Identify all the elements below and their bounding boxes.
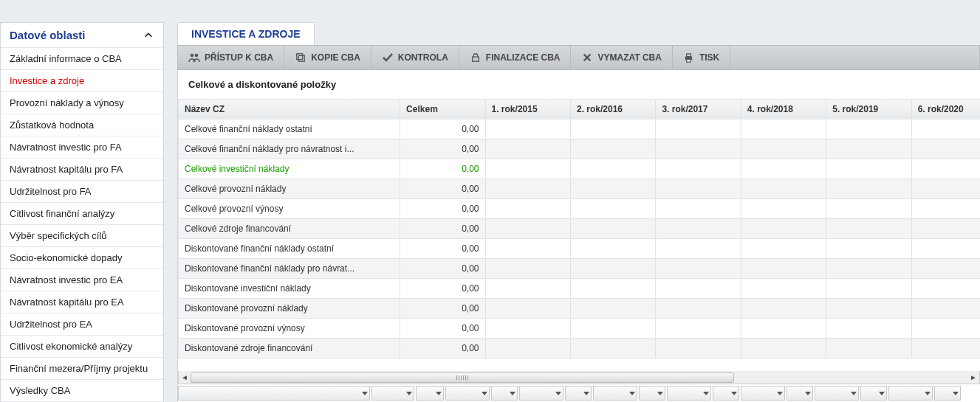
filter-dropdown[interactable] (565, 386, 592, 401)
table-row[interactable]: Diskontované investiční náklady0,00 (179, 279, 981, 299)
cell-year (911, 159, 980, 179)
table-row[interactable]: Diskontované zdroje financování0,00 (179, 339, 981, 358)
cell-total: 0,00 (400, 119, 485, 139)
cell-year (485, 319, 570, 339)
filter-dropdown[interactable] (934, 386, 961, 401)
filter-dropdown[interactable] (593, 386, 637, 401)
cell-year (741, 339, 826, 358)
filter-dropdown[interactable] (371, 386, 414, 401)
table-row[interactable]: Diskontované finanční náklady pro návrat… (179, 259, 981, 279)
scroll-right-arrow[interactable]: ► (967, 372, 979, 384)
cell-year (485, 239, 570, 259)
cell-year (656, 259, 741, 279)
cell-total: 0,00 (400, 139, 485, 159)
sidebar-item-15[interactable]: Výsledky CBA (1, 380, 163, 402)
cell-year (826, 199, 911, 219)
sidebar-item-10[interactable]: Návratnost investic pro EA (1, 269, 163, 291)
column-header-year-2[interactable]: 3. rok/2017 (656, 100, 741, 119)
cell-name: Celkové finanční náklady ostatní (179, 119, 400, 139)
table-row[interactable]: Diskontované provozní výnosy0,00 (179, 319, 981, 339)
sidebar-item-6[interactable]: Udržitelnost pro FA (1, 181, 163, 203)
copy-button[interactable]: KOPIE CBA (284, 46, 371, 69)
cell-year (826, 139, 911, 159)
sidebar-item-3[interactable]: Zůstatková hodnota (1, 114, 163, 136)
filter-dropdown[interactable] (445, 386, 490, 401)
filter-dropdown[interactable] (178, 386, 370, 401)
scroll-thumb[interactable] (191, 372, 734, 383)
column-header-year-1[interactable]: 2. rok/2016 (570, 100, 655, 119)
table-row[interactable]: Celkové provozní výnosy0,00 (179, 199, 981, 219)
toolbar-label: VYMAZAT CBA (597, 52, 661, 63)
column-header-year-5[interactable]: 6. rok/2020 (911, 100, 980, 119)
sidebar-item-0[interactable]: Základní informace o CBA (1, 48, 163, 70)
filter-dropdown[interactable] (713, 386, 739, 401)
cell-year (570, 119, 655, 139)
svg-rect-8 (687, 53, 691, 56)
caret-down-icon (953, 392, 959, 395)
filter-dropdown[interactable] (860, 386, 887, 401)
column-header-year-4[interactable]: 5. rok/2019 (826, 100, 911, 119)
sidebar-item-12[interactable]: Udržitelnost pro EA (1, 313, 163, 336)
table-header-row: Název CZCelkem1. rok/20152. rok/20163. r… (179, 100, 981, 119)
cell-year (570, 139, 655, 159)
filter-dropdown[interactable] (639, 386, 665, 401)
svg-point-0 (191, 54, 194, 58)
filter-dropdown[interactable] (416, 386, 444, 401)
sidebar-item-4[interactable]: Návratnost investic pro FA (1, 136, 163, 159)
scroll-left-arrow[interactable]: ◄ (179, 372, 191, 384)
sidebar-item-13[interactable]: Citlivost ekonomické analýzy (1, 336, 163, 358)
cell-year (656, 279, 741, 299)
tab-row: INVESTICE A ZDROJE (177, 22, 980, 45)
table-row[interactable]: Diskontované finanční náklady ostatní0,0… (179, 239, 981, 259)
filter-dropdown[interactable] (815, 386, 859, 401)
print-button[interactable]: TISK (673, 46, 730, 69)
filter-dropdown[interactable] (491, 386, 518, 401)
cell-year (570, 259, 655, 279)
filter-dropdown[interactable] (888, 386, 933, 401)
table-row[interactable]: Diskontované provozní náklady0,00 (179, 299, 981, 319)
cell-year (826, 339, 911, 358)
table-row[interactable]: Celkové investiční náklady0,00 (179, 159, 981, 179)
access-button[interactable]: PŘÍSTUP K CBA (178, 46, 284, 69)
column-header-year-0[interactable]: 1. rok/2015 (485, 100, 570, 119)
column-header-name[interactable]: Název CZ (179, 100, 400, 119)
sidebar-item-1[interactable]: Investice a zdroje (1, 70, 163, 92)
filter-dropdown[interactable] (667, 386, 711, 401)
cell-year (485, 139, 570, 159)
cell-year (570, 219, 655, 239)
filter-dropdown[interactable] (519, 386, 563, 401)
table-row[interactable]: Celkové finanční náklady pro návratnost … (179, 139, 981, 159)
cell-year (911, 199, 980, 219)
filter-dropdown[interactable] (741, 386, 785, 401)
sidebar-item-5[interactable]: Návratnost kapitálu pro FA (1, 159, 163, 181)
delete-button[interactable]: VYMAZAT CBA (571, 46, 672, 69)
tab-label: INVESTICE A ZDROJE (191, 28, 301, 40)
table-row[interactable]: Celkové zdroje financování0,00 (179, 219, 981, 239)
caret-down-icon (362, 392, 368, 395)
cell-year (911, 319, 980, 339)
sidebar-header[interactable]: Datové oblasti (1, 23, 163, 48)
cell-year (741, 179, 826, 199)
horizontal-scrollbar[interactable]: ◄ ► (178, 371, 980, 384)
filter-dropdown[interactable] (787, 386, 813, 401)
caret-down-icon (703, 392, 709, 395)
sidebar-item-11[interactable]: Návratnost kapitálu pro EA (1, 291, 163, 313)
scroll-track[interactable] (191, 372, 967, 383)
caret-down-icon (555, 392, 561, 395)
column-header-year-3[interactable]: 4. rok/2018 (741, 100, 826, 119)
sidebar-item-8[interactable]: Výběr specifických cílů (1, 225, 163, 247)
column-header-total[interactable]: Celkem (400, 100, 485, 119)
check-button[interactable]: KONTROLA (371, 46, 459, 69)
table-row[interactable]: Celkové provozní náklady0,00 (179, 179, 981, 199)
sidebar-item-9[interactable]: Socio-ekonomické dopady (1, 247, 163, 269)
sidebar-item-14[interactable]: Finanční mezera/Příjmy projektu (1, 358, 163, 380)
table-row[interactable]: Celkové finanční náklady ostatní0,00 (179, 119, 981, 139)
cell-year (570, 239, 655, 259)
caret-down-icon (851, 392, 857, 395)
sidebar-item-7[interactable]: Citlivost finanční analýzy (1, 203, 163, 225)
cell-year (911, 139, 980, 159)
cell-year (741, 219, 826, 239)
tab-investice-a-zdroje[interactable]: INVESTICE A ZDROJE (177, 22, 315, 45)
finalize-button[interactable]: FINALIZACE CBA (459, 46, 572, 69)
sidebar-item-2[interactable]: Provozní náklady a výnosy (1, 92, 163, 114)
